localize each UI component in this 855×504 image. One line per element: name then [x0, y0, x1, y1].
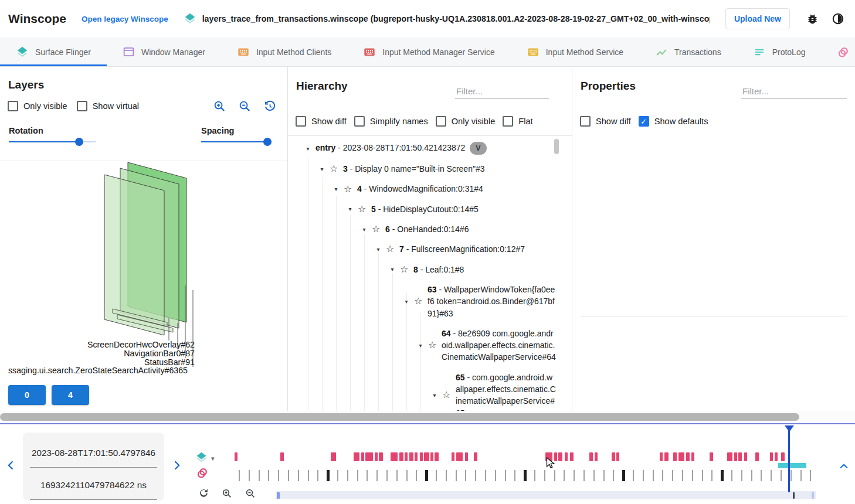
trace-tick[interactable] [603, 470, 605, 481]
trace-tick[interactable] [475, 470, 476, 481]
trace-tick[interactable] [485, 470, 486, 481]
tab-input-method-manager-service[interactable]: Input Method Manager Service [347, 38, 510, 66]
trace-tick[interactable] [583, 470, 585, 481]
transition-mark[interactable] [420, 452, 423, 461]
transition-mark[interactable] [664, 452, 669, 461]
star-icon[interactable]: ☆ [414, 297, 423, 306]
bug-report-icon[interactable] [806, 13, 819, 25]
timeline-cursor[interactable] [788, 427, 790, 492]
collapse-arrow-icon[interactable]: ▾ [333, 186, 340, 192]
transition-mark[interactable] [361, 452, 364, 461]
spacing-slider-thumb[interactable] [263, 138, 272, 146]
spacing-slider[interactable] [201, 138, 272, 147]
transition-mark[interactable] [331, 452, 336, 461]
transition-mark[interactable] [691, 452, 694, 461]
tab-surface-flinger[interactable]: Surface Flinger [0, 38, 107, 66]
collapse-arrow-icon[interactable]: ▾ [375, 246, 382, 253]
trace-tick[interactable] [771, 470, 772, 481]
trace-tick[interactable] [593, 470, 595, 481]
collapse-arrow-icon[interactable]: ▾ [389, 266, 396, 273]
tab-transactions[interactable]: Transactions [639, 38, 737, 66]
trace-tick[interactable] [672, 470, 673, 481]
trace-tick[interactable] [357, 470, 358, 481]
trace-tick[interactable] [239, 470, 240, 481]
transition-mark[interactable] [616, 452, 619, 461]
transition-mark[interactable] [424, 452, 429, 461]
star-icon[interactable]: ☆ [372, 224, 381, 234]
tree-node-6[interactable]: ▾☆6 - OneHanded:0:14#6 [288, 219, 572, 239]
timeline-zoom-range-bar[interactable] [276, 491, 816, 499]
tree-node-64[interactable]: ▾☆64 - 8e26909 com.google.android.wallpa… [288, 323, 572, 367]
trace-tick-bold[interactable] [721, 470, 724, 481]
star-icon[interactable]: ☆ [330, 164, 339, 173]
trace-tick[interactable] [810, 470, 811, 481]
transition-mark[interactable] [770, 452, 773, 461]
tree-node-7[interactable]: ▾☆7 - FullscreenMagnification:0:12#7 [288, 239, 572, 259]
trace-tick[interactable] [781, 470, 782, 481]
trace-tick[interactable] [288, 470, 289, 481]
transition-mark[interactable] [474, 452, 477, 461]
trace-tick[interactable] [416, 470, 417, 481]
transition-mark[interactable] [678, 452, 684, 461]
transition-mark[interactable] [280, 452, 284, 461]
transition-mark[interactable] [734, 452, 737, 461]
transition-mark[interactable] [673, 452, 677, 461]
trace-tick-bold[interactable] [622, 470, 625, 481]
trace-tick[interactable] [564, 470, 565, 481]
trace-tick[interactable] [574, 470, 575, 481]
tree-node-5[interactable]: ▾☆5 - HideDisplayCutout:0:14#5 [288, 199, 572, 219]
rotation-slider-thumb[interactable] [75, 138, 83, 146]
collapse-arrow-icon[interactable]: ▾ [304, 145, 311, 152]
trace-tick[interactable] [308, 470, 309, 481]
star-icon[interactable]: ☆ [386, 244, 395, 254]
layers-only-visible-checkbox[interactable]: Only visible [8, 101, 67, 111]
trace-tick[interactable] [505, 470, 506, 481]
tree-node-63[interactable]: ▾☆63 - WallpaperWindowToken{fa0eef6 toke… [288, 280, 572, 323]
transition-mark[interactable] [379, 452, 383, 461]
zoom-bar-marker[interactable] [793, 492, 795, 499]
trace-tick[interactable] [278, 470, 279, 481]
trace-tick[interactable] [298, 470, 299, 481]
collapse-arrow-icon[interactable]: ▾ [403, 298, 410, 305]
hierarchy-simplify-names-checkbox[interactable]: Simplify names [354, 116, 428, 127]
transition-mark[interactable] [375, 452, 378, 461]
timeline-cursor-head[interactable] [785, 425, 794, 432]
transition-mark[interactable] [660, 452, 663, 461]
transition-mark[interactable] [710, 452, 713, 461]
transition-mark[interactable] [686, 452, 690, 461]
tab-protolog[interactable]: ProtoLog [737, 38, 822, 66]
trace-tick[interactable] [741, 470, 742, 481]
transition-mark[interactable] [415, 452, 418, 461]
hierarchy-only-visible-checkbox[interactable]: Only visible [436, 116, 496, 127]
trace-tick[interactable] [406, 470, 408, 481]
transition-mark[interactable] [452, 452, 454, 461]
tab-transitions[interactable]: Transitions [821, 38, 855, 66]
trace-tick[interactable] [790, 470, 792, 481]
trace-tick-bold[interactable] [425, 470, 428, 481]
horizontal-scrollbar[interactable] [0, 413, 799, 421]
trace-tick[interactable] [376, 470, 378, 481]
transition-mark[interactable] [589, 452, 593, 461]
trace-tick[interactable] [514, 470, 515, 481]
trace-tick[interactable] [465, 470, 466, 481]
trace-tick[interactable] [761, 470, 762, 481]
trace-tick[interactable] [682, 470, 683, 481]
hierarchy-scrollbar[interactable] [554, 139, 559, 154]
transition-mark[interactable] [405, 452, 408, 461]
trace-tick[interactable] [259, 470, 260, 481]
trace-tick[interactable] [446, 470, 447, 481]
theme-toggle-icon[interactable] [832, 12, 844, 25]
zoom-bar-marker[interactable] [277, 492, 280, 499]
transition-mark[interactable] [558, 452, 562, 461]
hierarchy-flat-checkbox[interactable]: Flat [503, 116, 532, 127]
trace-tick[interactable] [751, 470, 752, 481]
trace-tick[interactable] [544, 470, 545, 481]
upload-new-button[interactable]: Upload New [725, 8, 790, 29]
transition-mark[interactable] [409, 452, 413, 461]
star-icon[interactable]: ☆ [400, 265, 409, 274]
tree-node-65[interactable]: ▾☆65 - com.google.android.wallpaper.effe… [288, 367, 572, 411]
transition-mark[interactable] [612, 452, 615, 461]
trace-tick[interactable] [534, 470, 535, 481]
timeline-selection-range[interactable] [778, 463, 806, 468]
transition-mark[interactable] [354, 452, 359, 461]
